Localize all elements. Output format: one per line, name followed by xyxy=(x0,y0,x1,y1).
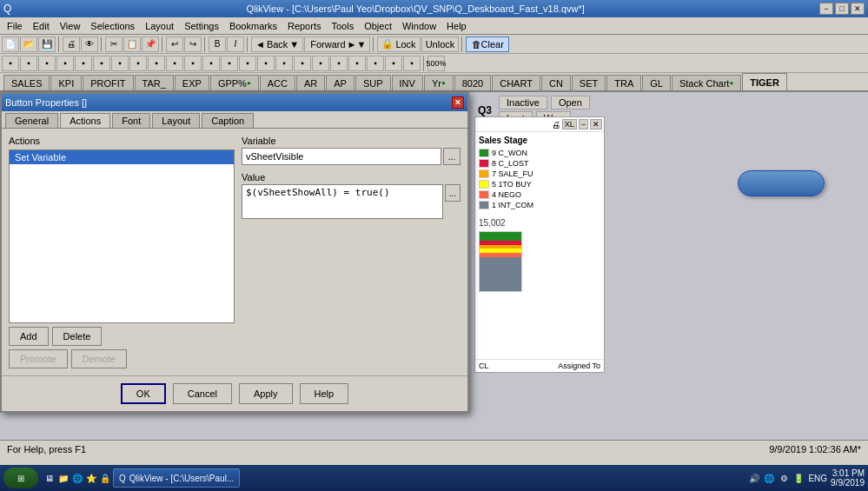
back-nav[interactable]: ◄ Back ▼ xyxy=(251,36,303,52)
tab-sup[interactable]: SUP xyxy=(355,75,391,90)
tab-chart[interactable]: CHART xyxy=(492,75,540,90)
menu-settings[interactable]: Settings xyxy=(179,18,224,34)
menu-selections[interactable]: Selections xyxy=(85,18,140,34)
add-action-button[interactable]: Add xyxy=(9,327,49,346)
paste-button[interactable]: 📌 xyxy=(142,36,159,52)
tb2-btn14[interactable]: ▪ xyxy=(239,56,256,71)
lock-button[interactable]: 🔒 Lock xyxy=(377,36,420,52)
start-button[interactable]: ⊞ xyxy=(3,468,38,488)
tab-stack[interactable]: Stack Chart● xyxy=(672,75,741,90)
cancel-button[interactable]: Cancel xyxy=(173,383,232,404)
tb2-btn2[interactable]: ▪ xyxy=(20,56,37,71)
maximize-button[interactable]: □ xyxy=(835,3,849,15)
qlikview-taskbar-app[interactable]: Q QlikView - [C:\Users\Paul... xyxy=(113,468,240,488)
minimize-button[interactable]: − xyxy=(819,3,833,15)
tray-icon-4[interactable]: 🔋 xyxy=(792,472,805,484)
actions-list[interactable]: Set Variable xyxy=(9,149,235,323)
menu-help[interactable]: Help xyxy=(441,18,472,34)
dialog-close-button[interactable]: ✕ xyxy=(452,96,464,109)
taskbar-icon-4[interactable]: ⭐ xyxy=(85,472,97,484)
dialog-tab-caption[interactable]: Caption xyxy=(202,113,254,128)
demote-button[interactable]: Demote xyxy=(71,349,128,368)
redo-button[interactable]: ↪ xyxy=(184,36,202,52)
action-item-setvariable[interactable]: Set Variable xyxy=(10,150,234,164)
tb2-btn23[interactable]: ▪ xyxy=(403,56,421,71)
taskbar-icon-3[interactable]: 🌐 xyxy=(71,472,83,484)
tray-icon-3[interactable]: ⚙ xyxy=(778,472,790,484)
promote-button[interactable]: Promote xyxy=(9,349,68,368)
tb2-btn4[interactable]: ▪ xyxy=(56,56,74,71)
back-dropdown-icon[interactable]: ▼ xyxy=(289,39,299,50)
open-button[interactable]: 📂 xyxy=(20,36,37,52)
copy-button[interactable]: 📋 xyxy=(123,36,141,52)
delete-action-button[interactable]: Delete xyxy=(52,327,103,346)
dialog-tab-font[interactable]: Font xyxy=(112,113,150,128)
print-button[interactable]: 🖨 xyxy=(63,36,80,52)
tb2-btn24[interactable]: 500% xyxy=(427,56,445,71)
chart-print-icon[interactable]: 🖨 xyxy=(552,120,560,129)
preview-button[interactable]: 👁 xyxy=(81,36,98,52)
menu-bookmarks[interactable]: Bookmarks xyxy=(224,18,282,34)
tb2-btn10[interactable]: ▪ xyxy=(166,56,183,71)
tb2-btn9[interactable]: ▪ xyxy=(148,56,165,71)
taskbar-icon-2[interactable]: 📁 xyxy=(57,472,70,484)
variable-input[interactable] xyxy=(242,148,441,165)
tb2-btn13[interactable]: ▪ xyxy=(221,56,238,71)
chart-min-button[interactable]: − xyxy=(579,119,588,129)
oval-button[interactable] xyxy=(738,170,825,196)
tab-acc[interactable]: ACC xyxy=(260,75,295,90)
value-browse-button[interactable]: ... xyxy=(445,184,461,202)
tb2-btn21[interactable]: ▪ xyxy=(367,56,384,71)
tb2-btn16[interactable]: ▪ xyxy=(275,56,293,71)
dialog-tab-actions[interactable]: Actions xyxy=(60,113,110,128)
forward-dropdown-icon[interactable]: ▼ xyxy=(356,39,366,50)
menu-edit[interactable]: Edit xyxy=(28,18,55,34)
tb2-btn22[interactable]: ▪ xyxy=(385,56,402,71)
tb2-btn5[interactable]: ▪ xyxy=(75,56,92,71)
tab-tiger[interactable]: TIGER xyxy=(742,73,787,90)
apply-button[interactable]: Apply xyxy=(239,383,293,404)
tb2-btn7[interactable]: ▪ xyxy=(111,56,129,71)
menu-layout[interactable]: Layout xyxy=(140,18,179,34)
tab-sales[interactable]: SALES xyxy=(3,75,50,90)
tray-icon-2[interactable]: 🌐 xyxy=(763,472,775,484)
tb2-btn11[interactable]: ▪ xyxy=(184,56,202,71)
tab-set[interactable]: SET xyxy=(572,75,606,90)
dialog-tab-layout[interactable]: Layout xyxy=(152,113,200,128)
value-textarea[interactable]: $(vSheetShowAll) = true() xyxy=(242,184,443,219)
tray-icon-1[interactable]: 🔊 xyxy=(748,472,760,484)
tab-inv[interactable]: INV xyxy=(392,75,423,90)
tb2-btn18[interactable]: ▪ xyxy=(312,56,329,71)
ok-button[interactable]: OK xyxy=(121,383,166,404)
tab-tar[interactable]: TAR_ xyxy=(135,75,174,90)
tab-yr[interactable]: Yr● xyxy=(424,75,454,90)
bold-button[interactable]: B xyxy=(209,36,226,52)
italic-button[interactable]: I xyxy=(227,36,244,52)
menu-file[interactable]: File xyxy=(2,18,28,34)
menu-reports[interactable]: Reports xyxy=(282,18,327,34)
tb2-btn12[interactable]: ▪ xyxy=(202,56,220,71)
tab-gpp[interactable]: GPP%● xyxy=(210,75,259,90)
taskbar-icon-5[interactable]: 🔒 xyxy=(99,472,111,484)
tb2-btn20[interactable]: ▪ xyxy=(348,56,366,71)
tab-gl[interactable]: GL xyxy=(642,75,671,90)
tb2-btn1[interactable]: ▪ xyxy=(2,56,19,71)
tb2-btn8[interactable]: ▪ xyxy=(129,56,147,71)
menu-window[interactable]: Window xyxy=(397,18,441,34)
tb2-btn3[interactable]: ▪ xyxy=(38,56,56,71)
menu-object[interactable]: Object xyxy=(359,18,397,34)
dialog-tab-general[interactable]: General xyxy=(5,113,58,128)
undo-button[interactable]: ↩ xyxy=(166,36,183,52)
save-button[interactable]: 💾 xyxy=(38,36,56,52)
tab-kpi[interactable]: KPI xyxy=(50,75,82,90)
new-button[interactable]: 📄 xyxy=(2,36,19,52)
unlock-button[interactable]: Unlock xyxy=(421,36,460,52)
chart-close-button[interactable]: ✕ xyxy=(590,119,602,129)
menu-view[interactable]: View xyxy=(55,18,86,34)
clear-button[interactable]: 🗑 Clear xyxy=(466,36,509,52)
tab-8020[interactable]: 8020 xyxy=(454,75,491,90)
help-button[interactable]: Help xyxy=(300,383,349,404)
tb2-btn19[interactable]: ▪ xyxy=(330,56,348,71)
variable-browse-button[interactable]: ... xyxy=(443,148,461,165)
forward-nav[interactable]: Forward ► ▼ xyxy=(304,36,370,52)
